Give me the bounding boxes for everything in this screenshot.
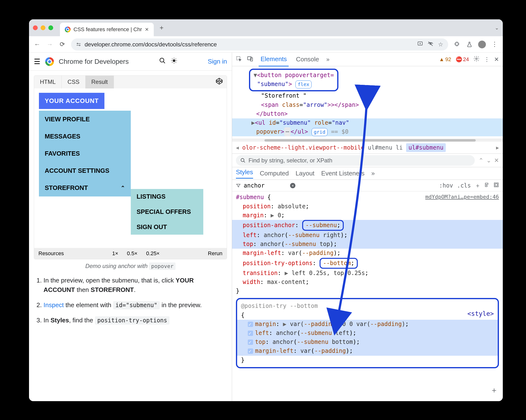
hov-toggle[interactable]: :hov — [439, 182, 453, 189]
new-rule-icon[interactable]: ＋ — [475, 182, 481, 190]
reload-button[interactable]: ⟳ — [59, 40, 66, 48]
tab-css[interactable]: CSS — [62, 76, 85, 89]
breadcrumb-prev-icon[interactable]: ◀ — [236, 145, 239, 150]
rerun-button[interactable]: Rerun — [203, 248, 227, 259]
paint-icon[interactable] — [485, 182, 490, 189]
menu-item[interactable]: VIEW PROFILE — [39, 111, 131, 128]
clear-filter-icon[interactable]: ✕ — [290, 183, 295, 188]
browser-tab[interactable]: CSS features reference | Chr ✕ — [60, 23, 154, 36]
device-toolbar-icon[interactable] — [247, 56, 253, 63]
zoom-025x[interactable]: 0.25× — [142, 248, 164, 259]
your-account-button[interactable]: YOUR ACCOUNT — [39, 93, 104, 109]
tab-result[interactable]: Result — [86, 76, 114, 89]
codepen-icon[interactable] — [212, 76, 227, 89]
close-devtools-icon[interactable]: ✕ — [494, 56, 499, 63]
maximize-window-button[interactable] — [48, 25, 53, 30]
dom-tree[interactable]: ▼<button popovertarget= "submenu"> flex … — [232, 66, 503, 139]
page-header: ☰ Chrome for Developers Sign in — [29, 53, 232, 70]
labs-icon[interactable] — [465, 40, 473, 48]
dom-breadcrumb: ◀ olor-scheme--light.viewport--mobile ul… — [232, 142, 503, 154]
sign-in-link[interactable]: Sign in — [208, 58, 227, 65]
breadcrumb-next-icon[interactable]: ▶ — [496, 145, 499, 150]
resources-link[interactable]: Resources — [34, 248, 68, 259]
demo-tabs: HTML CSS Result — [34, 76, 227, 89]
profile-avatar[interactable] — [478, 40, 486, 48]
more-subtabs-icon[interactable]: » — [371, 170, 375, 177]
breadcrumb-selected[interactable]: ul#submenu — [406, 143, 446, 152]
grid-badge[interactable]: grid — [312, 128, 328, 136]
menu-item[interactable]: ACCOUNT SETTINGS — [39, 162, 131, 179]
incognito-icon[interactable] — [427, 40, 434, 48]
style-source-link[interactable]: <style> — [467, 309, 494, 319]
theme-toggle-icon[interactable] — [171, 57, 177, 66]
forward-button[interactable]: → — [46, 40, 54, 48]
flex-badge[interactable]: flex — [295, 80, 311, 89]
styles-search-row: Find by string, selector, or XPath ⌃ ⌄ ✕ — [232, 154, 503, 167]
computed-panel-icon[interactable] — [494, 182, 499, 189]
tab-elements[interactable]: Elements — [259, 53, 289, 66]
filter-input[interactable] — [244, 182, 287, 189]
close-tab-icon[interactable]: ✕ — [145, 27, 149, 32]
breadcrumb-item[interactable]: olor-scheme--light.viewport--mobile — [242, 144, 364, 151]
tab-computed[interactable]: Computed — [260, 170, 289, 177]
zoom-05x[interactable]: 0.5× — [122, 248, 142, 259]
annotation-dom-highlight: ▼<button popovertarget= "submenu"> flex — [249, 69, 338, 91]
inspect-element-icon[interactable] — [236, 56, 242, 63]
menu-item[interactable]: SPECIAL OFFERS — [131, 204, 203, 220]
extensions-icon[interactable] — [453, 40, 461, 48]
tab-event-listeners[interactable]: Event Listeners — [321, 170, 364, 177]
back-button[interactable]: ← — [33, 40, 41, 48]
devtools-tabs: Elements Console » ▲ 92 ⛔ 24 ⋮ ✕ — [232, 53, 503, 66]
favicon-icon — [65, 27, 71, 32]
tab-console[interactable]: Console — [294, 53, 321, 66]
annotation-bottom-value: --bottom; — [320, 258, 358, 269]
more-tabs-icon[interactable]: » — [326, 56, 329, 63]
install-app-icon[interactable] — [417, 41, 423, 48]
add-rule-icon[interactable]: ＋ — [490, 384, 498, 396]
css-rules-pane[interactable]: mdYdpOM?ani…pe=embed:46 #submenu { posit… — [232, 191, 503, 401]
inspect-link[interactable]: Inspect — [43, 301, 64, 309]
new-tab-button[interactable]: + — [160, 24, 163, 32]
checkbox-icon[interactable] — [248, 349, 253, 354]
search-next-icon[interactable]: ⌄ — [486, 157, 491, 164]
selected-dom-node[interactable]: ▶<ul id="submenu" role="nav" popover>⋯</… — [232, 118, 503, 136]
menu-item[interactable]: SIGN OUT — [131, 220, 203, 235]
search-icon[interactable] — [159, 57, 166, 66]
chrome-menu-icon[interactable]: ⋮ — [491, 40, 498, 48]
menu-item[interactable]: FAVORITES — [39, 145, 131, 162]
search-nav: ⌃ ⌄ ✕ — [479, 157, 499, 164]
menu-icon[interactable]: ☰ — [34, 57, 40, 66]
site-settings-icon[interactable] — [76, 42, 81, 47]
checkbox-icon[interactable] — [248, 322, 253, 327]
minimize-window-button[interactable] — [40, 25, 45, 30]
menu-item-storefront[interactable]: STOREFRONT⌃ — [39, 179, 131, 197]
errors-badge[interactable]: ⛔ 24 — [456, 56, 469, 63]
step-1: In the preview, open the submenu, that i… — [43, 273, 224, 298]
close-window-button[interactable] — [33, 25, 38, 30]
breadcrumb-item[interactable]: li — [396, 144, 403, 151]
horizontal-scrollbar[interactable] — [232, 139, 503, 142]
menu-item[interactable]: MESSAGES — [39, 128, 131, 145]
search-close-icon[interactable]: ✕ — [494, 157, 499, 164]
tab-html[interactable]: HTML — [34, 76, 62, 89]
search-input-wrapper[interactable]: Find by string, selector, or XPath — [236, 155, 475, 166]
settings-icon[interactable] — [473, 56, 480, 63]
source-link[interactable]: mdYdpOM?ani…pe=embed:46 — [425, 193, 499, 201]
warnings-badge[interactable]: ▲ 92 — [439, 56, 451, 63]
checkbox-icon[interactable] — [248, 340, 253, 345]
breadcrumb-item[interactable]: ul#menu — [368, 144, 392, 151]
cls-toggle[interactable]: .cls — [457, 182, 471, 189]
tabs-dropdown-icon[interactable]: ⌄ — [495, 25, 499, 31]
checkbox-icon[interactable] — [248, 330, 253, 336]
collapsed-dots-icon[interactable]: ⋯ — [284, 127, 291, 136]
search-prev-icon[interactable]: ⌃ — [479, 157, 484, 164]
zoom-1x[interactable]: 1× — [108, 248, 122, 259]
styles-subtabs: Styles Computed Layout Event Listeners » — [232, 167, 503, 180]
omnibox[interactable]: developer.chrome.com/docs/devtools/css/r… — [71, 39, 448, 50]
tab-layout[interactable]: Layout — [296, 170, 314, 177]
tab-styles[interactable]: Styles — [236, 169, 253, 179]
devtools-menu-icon[interactable]: ⋮ — [484, 56, 490, 63]
menu-item[interactable]: LISTINGS — [131, 189, 203, 204]
bookmark-icon[interactable]: ☆ — [438, 41, 443, 48]
annotation-anchor-value: --submenu; — [302, 220, 344, 231]
